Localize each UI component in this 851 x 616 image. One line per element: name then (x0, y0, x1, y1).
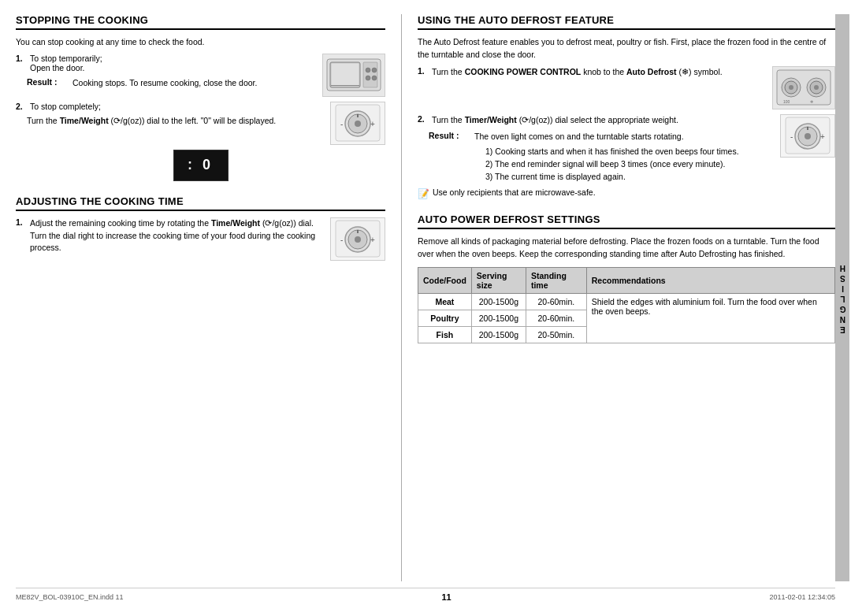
stopping-item2-sub: Turn the Time/Weight (⟳/g(oz)) dial to t… (27, 116, 322, 125)
english-label: ENGLISH (838, 262, 847, 334)
sub-item-3: The current time is displayed again. (485, 171, 739, 184)
defrost-table: Code/Food Serving size Standing time Rec… (418, 267, 835, 343)
col-recommendations: Recommendations (586, 267, 834, 293)
auto-defrost-result: Result : The oven light comes on and the… (429, 131, 772, 183)
stopping-intro: You can stop cooking at any time to chec… (16, 36, 385, 49)
note-block: 📝 Use only recipients that are microwave… (418, 187, 835, 199)
auto-defrost-result-label: Result : (429, 131, 470, 183)
stopping-item1-result-text: Cooking stops. To resume cooking, close … (72, 77, 257, 90)
table-header-row: Code/Food Serving size Standing time Rec… (418, 267, 835, 293)
stopping-item1-result-label: Result : (27, 77, 68, 90)
col-food: Code/Food (418, 267, 472, 293)
adjusting-item1-header: 1. Adjust the remaining cooking time by … (16, 217, 322, 254)
sub-item-1: Cooking starts and when it has finished … (485, 146, 739, 158)
stopping-item2-header: 2. To stop completely; (16, 102, 322, 111)
stopping-item1-text: 1. To stop temporarily; Open the door. R… (16, 54, 314, 90)
svg-text:-: - (790, 132, 793, 141)
auto-defrost-item2-content: Turn the Timer/Weight (⟳/g(oz)) dial sel… (432, 114, 678, 127)
auto-power-intro: Remove all kinds of packaging material b… (418, 236, 835, 261)
svg-rect-8 (331, 85, 359, 86)
microwave-svg (325, 56, 382, 94)
auto-defrost-item2: 2. Turn the Timer/Weight (⟳/g(oz)) dial … (418, 114, 835, 184)
auto-defrost-result-content: The oven light comes on and the turntabl… (474, 131, 739, 183)
stopping-item1-main: To stop temporarily; (30, 54, 102, 63)
recommendations-all: Shield the edges with aluminium foil. Tu… (586, 293, 834, 343)
page: STOPPING THE COOKING You can stop cookin… (0, 0, 851, 616)
svg-point-26 (789, 85, 793, 90)
svg-point-35 (805, 133, 811, 139)
svg-point-6 (366, 76, 370, 80)
svg-point-5 (372, 68, 377, 72)
adjusting-title: ADJUSTING THE COOKING TIME (16, 195, 385, 211)
table-header: Code/Food Serving size Standing time Rec… (418, 267, 835, 293)
auto-defrost-sub-list: Cooking starts and when it has finished … (485, 146, 739, 183)
auto-defrost-item1-text: 1. Turn the COOKING POWER CONTROL knob t… (418, 66, 764, 83)
note-icon: 📝 (418, 188, 429, 199)
stopping-item1: 1. To stop temporarily; Open the door. R… (16, 54, 385, 97)
svg-text:❄: ❄ (810, 99, 813, 104)
auto-defrost-title: USING THE AUTO DEFROST FEATURE (418, 14, 835, 30)
auto-defrost-item1: 1. Turn the COOKING POWER CONTROL knob t… (418, 66, 835, 109)
stopping-item2-main: To stop completely; (30, 102, 101, 111)
stopping-item1-header: 1. To stop temporarily; Open the door. (16, 54, 314, 72)
food-fish: Fish (418, 326, 472, 343)
svg-point-12 (355, 121, 361, 127)
english-sidebar: ENGLISH (835, 14, 849, 581)
footer-right: 2011-02-01 12:34:05 (769, 593, 835, 601)
serving-meat: 200-1500g (471, 293, 526, 310)
svg-text:-: - (340, 120, 343, 128)
stopping-item1-result: Result : Cooking stops. To resume cookin… (27, 77, 314, 90)
auto-defrost-item1-num: 1. (418, 66, 429, 79)
sub-item-2: The end reminder signal will beep 3 time… (485, 158, 739, 171)
serving-fish: 200-1500g (471, 326, 526, 343)
display-image: : 0 (173, 150, 229, 181)
auto-defrost-item1-content: Turn the COOKING POWER CONTROL knob to t… (432, 66, 723, 79)
stopping-item1-num: 1. (16, 54, 27, 72)
standing-fish: 20-50min. (526, 326, 586, 343)
svg-text:+: + (370, 236, 375, 244)
footer-left: ME82V_BOL-03910C_EN.indd 11 (16, 593, 124, 601)
svg-text:+: + (820, 132, 825, 141)
adjusting-item1-content: Adjust the remaining cooking time by rot… (30, 217, 322, 254)
food-poultry: Poultry (418, 310, 472, 326)
svg-point-29 (814, 85, 819, 90)
main-content: STOPPING THE COOKING You can stop cookin… (16, 14, 835, 581)
auto-defrost-item2-header: 2. Turn the Timer/Weight (⟳/g(oz)) dial … (418, 114, 772, 127)
adjusting-section: ADJUSTING THE COOKING TIME 1. Adjust the… (16, 195, 385, 261)
adjusting-item1: 1. Adjust the remaining cooking time by … (16, 217, 385, 261)
dial-diagram-3: - + (780, 114, 835, 158)
auto-power-section: AUTO POWER DEFROST SETTINGS Remove all k… (418, 213, 835, 343)
auto-defrost-intro: The Auto Defrost feature enables you to … (418, 36, 835, 61)
note-text: Use only recipients that are microwave-s… (433, 187, 596, 197)
table-body: Meat 200-1500g 20-60min. Shield the edge… (418, 293, 835, 343)
auto-defrost-result-text: The oven light comes on and the turntabl… (474, 131, 739, 143)
stopping-item2: 2. To stop completely; Turn the Time/Wei… (16, 102, 385, 145)
serving-poultry: 200-1500g (471, 310, 526, 326)
svg-rect-2 (331, 63, 359, 87)
svg-rect-3 (363, 62, 377, 87)
dial-svg-1: - + (334, 103, 381, 143)
left-column: STOPPING THE COOKING You can stop cookin… (16, 14, 402, 581)
food-meat: Meat (418, 293, 472, 310)
stopping-section: STOPPING THE COOKING You can stop cookin… (16, 14, 385, 181)
adjusting-item1-text: 1. Adjust the remaining cooking time by … (16, 217, 322, 259)
knob-diagram: 100 ❄ (772, 66, 835, 109)
stopping-item2-text: 2. To stop completely; Turn the Time/Wei… (16, 102, 322, 125)
dial-diagram-2: - + (330, 217, 385, 261)
adjusting-item1-num: 1. (16, 217, 27, 254)
stopping-item2-num: 2. (16, 102, 27, 111)
auto-defrost-item2-text: 2. Turn the Timer/Weight (⟳/g(oz)) dial … (418, 114, 772, 184)
auto-defrost-item1-header: 1. Turn the COOKING POWER CONTROL knob t… (418, 66, 764, 79)
right-column: USING THE AUTO DEFROST FEATURE The Auto … (402, 14, 835, 581)
page-number: 11 (124, 592, 770, 602)
dial-svg-2: - + (334, 219, 381, 258)
svg-point-7 (372, 76, 377, 80)
table-row: Meat 200-1500g 20-60min. Shield the edge… (418, 293, 835, 310)
svg-point-19 (355, 236, 361, 243)
svg-text:100: 100 (783, 99, 790, 104)
svg-text:+: + (370, 120, 375, 128)
stopping-title: STOPPING THE COOKING (16, 14, 385, 30)
auto-power-title: AUTO POWER DEFROST SETTINGS (418, 213, 835, 229)
microwave-diagram (322, 54, 385, 97)
auto-defrost-section: USING THE AUTO DEFROST FEATURE The Auto … (418, 14, 835, 199)
